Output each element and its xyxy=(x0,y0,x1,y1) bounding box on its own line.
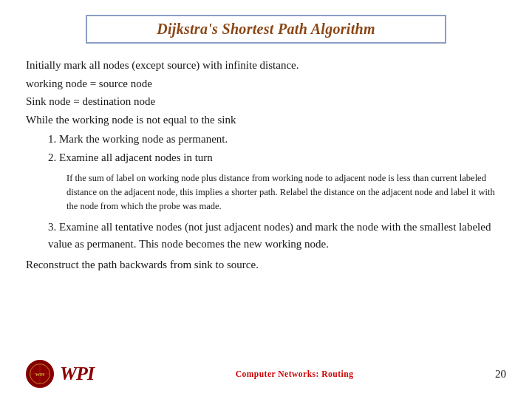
title-box: Dijkstra's Shortest Path Algorithm xyxy=(86,15,446,44)
line-1: Initially mark all nodes (except source)… xyxy=(26,57,506,74)
line-2: working node = source node xyxy=(26,75,506,92)
footer-logo-area: WPI WPI xyxy=(26,360,94,388)
list-item-1-number: 1. xyxy=(48,133,59,145)
slide-title: Dijkstra's Shortest Path Algorithm xyxy=(157,21,375,37)
wpi-emblem: WPI xyxy=(26,360,54,388)
reconstruct-line: Reconstruct the path backwards from sink… xyxy=(26,256,506,273)
list-item-2: 2. Examine all adjacent nodes in turn xyxy=(48,149,506,166)
numbered-list: 1. Mark the working node as permanent. 2… xyxy=(26,131,506,167)
content-area: Initially mark all nodes (except source)… xyxy=(26,57,506,351)
svg-text:WPI: WPI xyxy=(35,372,45,377)
footer-page-number: 20 xyxy=(495,368,506,381)
slide-container: Dijkstra's Shortest Path Algorithm Initi… xyxy=(0,0,532,399)
list-item-1: 1. Mark the working node as permanent. xyxy=(48,131,506,148)
footer: WPI WPI Computer Networks: Routing 20 xyxy=(26,357,506,388)
wpi-logo-text: WPI xyxy=(60,363,94,385)
list-item-3: 3. Examine all tentative nodes (not just… xyxy=(26,219,506,252)
list-item-2-number: 2. xyxy=(48,151,59,163)
list-item-1-text: Mark the working node as permanent. xyxy=(59,133,228,145)
line-4: While the working node is not equal to t… xyxy=(26,112,506,129)
list-item-3-text: Examine all tentative nodes (not just ad… xyxy=(48,221,491,250)
footer-center-text: Computer Networks: Routing xyxy=(236,369,354,378)
line-3: Sink node = destination node xyxy=(26,93,506,110)
indent-block: If the sum of label on working node plus… xyxy=(66,171,506,213)
list-item-3-number: 3. xyxy=(48,221,59,233)
list-item-2-text: Examine all adjacent nodes in turn xyxy=(59,151,213,163)
